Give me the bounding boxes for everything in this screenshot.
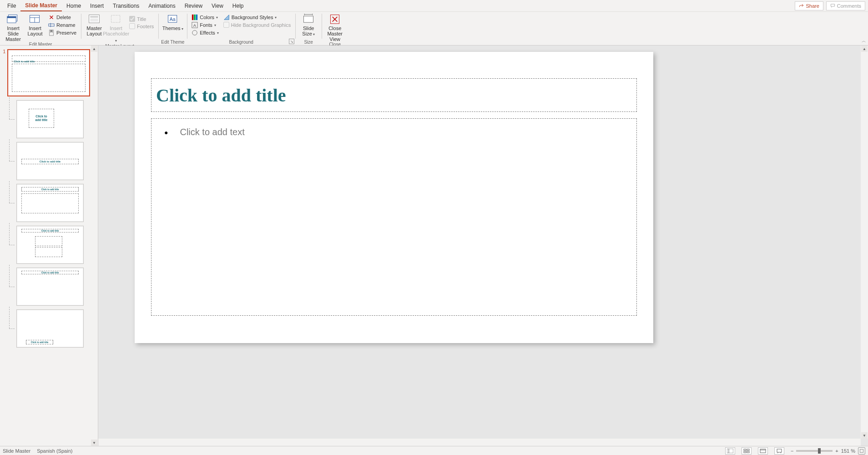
tab-home[interactable]: Home <box>62 1 86 11</box>
svg-rect-21 <box>304 16 313 22</box>
hide-bg-checkbox[interactable]: Hide Background Graphics <box>222 21 293 28</box>
tab-slide-master[interactable]: Slide Master <box>20 0 62 11</box>
body-placeholder-text: Click to add text <box>180 127 244 137</box>
tab-review[interactable]: Review <box>180 1 207 11</box>
thumb-slide-master[interactable]: Click to add title <box>7 49 90 96</box>
slide-editor[interactable]: Click to add title Click to add text ▲ ▼ <box>98 46 868 446</box>
thumbnail-panel: 1 Click to add title Click toadd title C… <box>0 46 98 446</box>
thumbnail-scrollbar[interactable]: ▲ ▼ <box>91 46 98 446</box>
background-dialog-launcher[interactable]: ↘ <box>289 39 294 44</box>
group-label-edit-theme: Edit Theme <box>161 39 184 45</box>
slide-sorter-view-button[interactable] <box>742 447 752 455</box>
share-button[interactable]: Share <box>795 1 823 10</box>
editor-scroll-up-button[interactable]: ▲ <box>861 46 868 52</box>
editor-scroll-track-v[interactable] <box>861 52 868 432</box>
editor-scroll-down-button[interactable]: ▼ <box>861 432 868 439</box>
preserve-button[interactable]: Preserve <box>46 29 78 36</box>
svg-rect-31 <box>777 449 782 452</box>
tab-file[interactable]: File <box>3 1 20 11</box>
svg-rect-26 <box>747 449 749 450</box>
fonts-label: Fonts <box>200 22 212 28</box>
ribbon-collapse-button[interactable]: ︿ <box>862 38 866 44</box>
workspace: 1 Click to add title Click toadd title C… <box>0 46 868 446</box>
group-edit-master: Insert Slide Master Insert Layout Delete… <box>0 12 81 45</box>
close-master-view-button[interactable]: Close Master View <box>324 13 345 42</box>
title-checkbox-label: Title <box>137 16 146 22</box>
group-master-layout: Master Layout Insert Placeholder Title F… <box>81 12 158 45</box>
slide-size-button[interactable]: Slide Size <box>298 13 319 37</box>
tab-view[interactable]: View <box>207 1 228 11</box>
close-master-view-label: Close Master View <box>324 25 345 42</box>
rename-label: Rename <box>56 22 76 28</box>
title-placeholder-text: Click to add title <box>156 85 286 106</box>
title-placeholder[interactable]: Click to add title <box>151 78 637 112</box>
svg-rect-27 <box>744 451 746 453</box>
insert-slide-master-icon <box>7 14 20 25</box>
thumbs-scroll-track[interactable] <box>91 52 97 440</box>
zoom-slider-thumb[interactable] <box>818 448 821 454</box>
slide-canvas[interactable]: Click to add title Click to add text <box>135 52 653 343</box>
svg-rect-29 <box>760 449 766 453</box>
thumbs-scroll-up-button[interactable]: ▲ <box>91 46 97 52</box>
svg-rect-16 <box>194 15 196 20</box>
footers-checkbox[interactable]: Footers <box>127 23 156 30</box>
insert-placeholder-label: Insert Placeholder <box>103 25 129 44</box>
svg-rect-10 <box>90 16 98 18</box>
background-styles-button[interactable]: Background Styles <box>222 14 293 21</box>
normal-view-button[interactable] <box>725 447 735 455</box>
body-placeholder[interactable]: Click to add text <box>151 118 637 316</box>
effects-button[interactable]: Effects <box>190 29 220 36</box>
tab-help[interactable]: Help <box>228 1 248 11</box>
footers-checkbox-input[interactable] <box>129 23 135 29</box>
insert-placeholder-icon <box>110 14 122 25</box>
zoom-control: − + 151 % <box>791 447 865 455</box>
thumb-layout-1[interactable]: Click toadd title <box>16 100 84 138</box>
insert-layout-icon <box>29 14 41 25</box>
comments-button[interactable]: Comments <box>826 1 865 10</box>
zoom-slider[interactable] <box>796 450 833 452</box>
svg-rect-17 <box>196 15 198 20</box>
editor-vertical-scrollbar[interactable]: ▲ ▼ <box>861 46 868 439</box>
reading-view-button[interactable] <box>758 447 768 455</box>
zoom-value[interactable]: 151 % <box>841 448 855 454</box>
title-checkbox[interactable]: Title <box>127 15 156 22</box>
footers-checkbox-label: Footers <box>137 24 154 29</box>
editor-horizontal-scrollbar[interactable] <box>98 439 861 446</box>
colors-button[interactable]: Colors <box>190 14 220 21</box>
thumb-layout-3[interactable]: Click to add title <box>16 184 84 222</box>
tab-insert[interactable]: Insert <box>86 1 108 11</box>
group-background: Colors A Fonts Effects Background Styles <box>187 12 295 45</box>
thumb-layout-6[interactable]: Click to add title <box>16 309 84 348</box>
insert-slide-master-button[interactable]: Insert Slide Master <box>3 13 24 42</box>
thumb-layout-5[interactable]: Click to add title <box>16 268 84 306</box>
zoom-out-button[interactable]: − <box>791 448 793 454</box>
status-language[interactable]: Spanish (Spain) <box>37 448 72 454</box>
insert-layout-button[interactable]: Insert Layout <box>25 13 45 36</box>
master-number: 1 <box>1 49 5 54</box>
tab-transitions[interactable]: Transitions <box>108 1 144 11</box>
insert-placeholder-button[interactable]: Insert Placeholder <box>106 13 126 44</box>
master-layout-button[interactable]: Master Layout <box>84 13 105 36</box>
svg-rect-23 <box>727 449 733 453</box>
thumb-layout-3-title: Click to add title <box>41 188 59 191</box>
rename-button[interactable]: Rename <box>46 21 78 29</box>
slideshow-view-button[interactable] <box>774 447 784 455</box>
zoom-in-button[interactable]: + <box>835 448 838 454</box>
title-checkbox-input[interactable] <box>129 16 135 22</box>
ribbon: Insert Slide Master Insert Layout Delete… <box>0 12 868 46</box>
fit-to-window-button[interactable] <box>858 447 865 455</box>
share-label: Share <box>806 3 819 9</box>
thumbs-scroll-down-button[interactable]: ▼ <box>91 440 97 446</box>
tab-bar: File Slide Master Home Insert Transition… <box>0 0 868 12</box>
themes-button[interactable]: Aa Themes <box>162 13 183 32</box>
thumb-layout-4-title: Click to add title <box>41 229 59 232</box>
hide-bg-checkbox-input[interactable] <box>223 22 229 28</box>
delete-button[interactable]: Delete <box>46 14 78 21</box>
colors-icon <box>192 14 198 20</box>
svg-rect-2 <box>7 16 16 18</box>
background-styles-icon <box>223 14 230 20</box>
thumb-layout-2[interactable]: Click to add title <box>16 142 84 180</box>
thumb-layout-4[interactable]: Click to add title <box>16 226 84 264</box>
tab-animations[interactable]: Animations <box>144 1 180 11</box>
fonts-button[interactable]: A Fonts <box>190 21 220 29</box>
